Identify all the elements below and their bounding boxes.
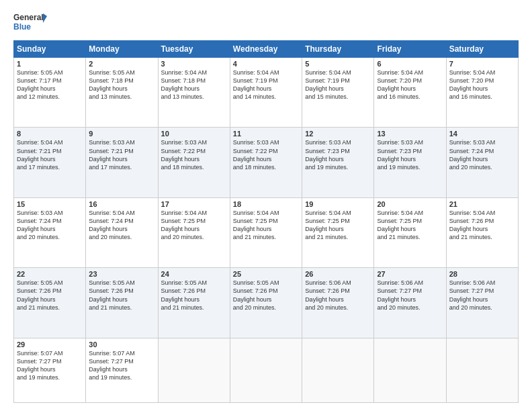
calendar-cell: 19 Sunrise: 5:04 AM Sunset: 7:25 PM Dayl… [302, 197, 374, 267]
day-info: Sunrise: 5:04 AM Sunset: 7:21 PM Dayligh… [17, 138, 83, 171]
calendar-cell: 23 Sunrise: 5:05 AM Sunset: 7:26 PM Dayl… [86, 268, 158, 338]
calendar-cell: 1 Sunrise: 5:05 AM Sunset: 7:17 PM Dayli… [14, 58, 86, 128]
calendar-day-header: Wednesday [230, 41, 302, 58]
calendar-cell: 5 Sunrise: 5:04 AM Sunset: 7:19 PM Dayli… [302, 58, 374, 128]
calendar-cell: 2 Sunrise: 5:05 AM Sunset: 7:18 PM Dayli… [86, 58, 158, 128]
day-number: 7 [449, 60, 515, 68]
calendar-cell: 27 Sunrise: 5:06 AM Sunset: 7:27 PM Dayl… [374, 268, 446, 338]
day-number: 6 [377, 60, 443, 68]
day-info: Sunrise: 5:04 AM Sunset: 7:18 PM Dayligh… [161, 68, 227, 101]
calendar-cell: 29 Sunrise: 5:07 AM Sunset: 7:27 PM Dayl… [14, 338, 86, 402]
day-info: Sunrise: 5:05 AM Sunset: 7:26 PM Dayligh… [17, 279, 83, 312]
day-info: Sunrise: 5:03 AM Sunset: 7:22 PM Dayligh… [233, 138, 299, 171]
day-number: 3 [161, 60, 227, 68]
day-info: Sunrise: 5:03 AM Sunset: 7:23 PM Dayligh… [377, 138, 443, 171]
day-info: Sunrise: 5:06 AM Sunset: 7:27 PM Dayligh… [449, 279, 515, 312]
day-info: Sunrise: 5:03 AM Sunset: 7:24 PM Dayligh… [449, 138, 515, 171]
day-info: Sunrise: 5:05 AM Sunset: 7:18 PM Dayligh… [89, 68, 154, 101]
calendar-day-header: Sunday [14, 41, 86, 58]
calendar-day-header: Thursday [302, 41, 374, 58]
day-number: 8 [17, 130, 83, 138]
day-number: 18 [233, 200, 299, 208]
calendar-header-row: SundayMondayTuesdayWednesdayThursdayFrid… [14, 41, 519, 58]
calendar-cell: 3 Sunrise: 5:04 AM Sunset: 7:18 PM Dayli… [158, 58, 230, 128]
calendar-cell [302, 338, 374, 402]
day-number: 28 [449, 270, 515, 278]
day-info: Sunrise: 5:07 AM Sunset: 7:27 PM Dayligh… [89, 349, 154, 382]
calendar-cell: 22 Sunrise: 5:05 AM Sunset: 7:26 PM Dayl… [14, 268, 86, 338]
calendar-day-header: Saturday [446, 41, 518, 58]
calendar-cell: 10 Sunrise: 5:03 AM Sunset: 7:22 PM Dayl… [158, 128, 230, 197]
calendar-day-header: Monday [86, 41, 158, 58]
calendar-day-header: Tuesday [158, 41, 230, 58]
svg-text:Blue: Blue [13, 22, 31, 32]
day-info: Sunrise: 5:07 AM Sunset: 7:27 PM Dayligh… [17, 349, 83, 382]
day-number: 19 [305, 200, 371, 208]
calendar-cell: 13 Sunrise: 5:03 AM Sunset: 7:23 PM Dayl… [374, 128, 446, 197]
day-number: 23 [89, 270, 154, 278]
day-number: 12 [305, 130, 371, 138]
day-info: Sunrise: 5:04 AM Sunset: 7:25 PM Dayligh… [161, 209, 227, 242]
day-number: 27 [377, 270, 443, 278]
day-number: 30 [89, 340, 154, 349]
day-number: 21 [449, 200, 515, 208]
day-number: 2 [89, 60, 154, 68]
day-info: Sunrise: 5:04 AM Sunset: 7:26 PM Dayligh… [449, 209, 515, 242]
day-info: Sunrise: 5:04 AM Sunset: 7:19 PM Dayligh… [305, 68, 371, 101]
calendar-cell [446, 338, 518, 402]
calendar-cell: 24 Sunrise: 5:05 AM Sunset: 7:26 PM Dayl… [158, 268, 230, 338]
day-number: 16 [89, 200, 154, 208]
calendar-cell: 26 Sunrise: 5:06 AM Sunset: 7:26 PM Dayl… [302, 268, 374, 338]
day-number: 5 [305, 60, 371, 68]
day-number: 14 [449, 130, 515, 138]
day-number: 4 [233, 60, 299, 68]
day-info: Sunrise: 5:03 AM Sunset: 7:22 PM Dayligh… [161, 138, 227, 171]
calendar-cell: 14 Sunrise: 5:03 AM Sunset: 7:24 PM Dayl… [446, 128, 518, 197]
calendar-cell: 25 Sunrise: 5:05 AM Sunset: 7:26 PM Dayl… [230, 268, 302, 338]
calendar-cell: 4 Sunrise: 5:04 AM Sunset: 7:19 PM Dayli… [230, 58, 302, 128]
logo: General Blue [13, 11, 47, 35]
header: General Blue [13, 11, 519, 35]
calendar-cell [158, 338, 230, 402]
day-number: 26 [305, 270, 371, 278]
day-number: 1 [17, 60, 83, 68]
day-info: Sunrise: 5:03 AM Sunset: 7:24 PM Dayligh… [17, 209, 83, 242]
day-info: Sunrise: 5:04 AM Sunset: 7:24 PM Dayligh… [89, 209, 154, 242]
calendar-table: SundayMondayTuesdayWednesdayThursdayFrid… [13, 40, 519, 403]
day-info: Sunrise: 5:05 AM Sunset: 7:26 PM Dayligh… [161, 279, 227, 312]
logo-svg: General Blue [13, 11, 47, 35]
day-info: Sunrise: 5:04 AM Sunset: 7:25 PM Dayligh… [377, 209, 443, 242]
calendar-cell: 9 Sunrise: 5:03 AM Sunset: 7:21 PM Dayli… [86, 128, 158, 197]
calendar-day-header: Friday [374, 41, 446, 58]
calendar-cell: 21 Sunrise: 5:04 AM Sunset: 7:26 PM Dayl… [446, 197, 518, 267]
day-info: Sunrise: 5:03 AM Sunset: 7:23 PM Dayligh… [305, 138, 371, 171]
day-number: 29 [17, 340, 83, 349]
day-number: 13 [377, 130, 443, 138]
day-number: 11 [233, 130, 299, 138]
calendar-cell: 30 Sunrise: 5:07 AM Sunset: 7:27 PM Dayl… [86, 338, 158, 402]
day-number: 9 [89, 130, 154, 138]
calendar-cell: 7 Sunrise: 5:04 AM Sunset: 7:20 PM Dayli… [446, 58, 518, 128]
day-number: 20 [377, 200, 443, 208]
day-info: Sunrise: 5:05 AM Sunset: 7:26 PM Dayligh… [233, 279, 299, 312]
day-info: Sunrise: 5:04 AM Sunset: 7:20 PM Dayligh… [449, 68, 515, 101]
calendar-cell: 28 Sunrise: 5:06 AM Sunset: 7:27 PM Dayl… [446, 268, 518, 338]
day-info: Sunrise: 5:06 AM Sunset: 7:26 PM Dayligh… [305, 279, 371, 312]
day-number: 10 [161, 130, 227, 138]
calendar-cell: 11 Sunrise: 5:03 AM Sunset: 7:22 PM Dayl… [230, 128, 302, 197]
day-info: Sunrise: 5:04 AM Sunset: 7:19 PM Dayligh… [233, 68, 299, 101]
day-number: 17 [161, 200, 227, 208]
svg-text:General: General [13, 13, 44, 22]
day-info: Sunrise: 5:05 AM Sunset: 7:26 PM Dayligh… [89, 279, 154, 312]
svg-marker-2 [43, 13, 47, 23]
calendar-cell [374, 338, 446, 402]
day-number: 15 [17, 200, 83, 208]
calendar-cell: 8 Sunrise: 5:04 AM Sunset: 7:21 PM Dayli… [14, 128, 86, 197]
calendar-cell: 16 Sunrise: 5:04 AM Sunset: 7:24 PM Dayl… [86, 197, 158, 267]
calendar-cell: 6 Sunrise: 5:04 AM Sunset: 7:20 PM Dayli… [374, 58, 446, 128]
day-info: Sunrise: 5:04 AM Sunset: 7:20 PM Dayligh… [377, 68, 443, 101]
calendar-cell: 18 Sunrise: 5:04 AM Sunset: 7:25 PM Dayl… [230, 197, 302, 267]
day-info: Sunrise: 5:05 AM Sunset: 7:17 PM Dayligh… [17, 68, 83, 101]
day-info: Sunrise: 5:04 AM Sunset: 7:25 PM Dayligh… [233, 209, 299, 242]
calendar-cell [230, 338, 302, 402]
